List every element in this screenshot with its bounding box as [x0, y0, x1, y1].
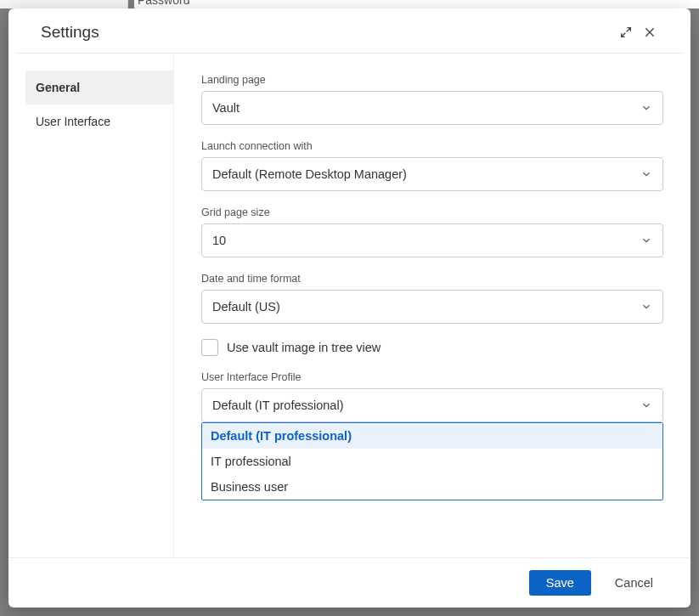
expand-button[interactable]: [614, 20, 638, 44]
modal-header: Settings: [15, 8, 684, 54]
settings-sidebar: General User Interface: [8, 54, 174, 557]
dropdown-option-default-it-professional[interactable]: Default (IT professional): [202, 423, 662, 449]
field-ui-profile: User Interface Profile Default (IT profe…: [201, 371, 663, 422]
select-landing-page[interactable]: Vault: [201, 91, 663, 125]
save-button[interactable]: Save: [529, 570, 591, 596]
select-value: Default (Remote Desktop Manager): [212, 167, 640, 181]
chevron-down-icon: [640, 301, 652, 313]
label-date-time-format: Date and time format: [201, 273, 663, 285]
sidebar-item-user-interface[interactable]: User Interface: [25, 105, 173, 138]
label-grid-page-size: Grid page size: [201, 206, 663, 218]
background-password-label: Password: [134, 0, 699, 8]
checkbox-use-vault-image[interactable]: Use vault image in tree view: [201, 339, 663, 356]
select-value: 10: [212, 234, 640, 247]
close-button[interactable]: [638, 20, 662, 44]
sidebar-item-general[interactable]: General: [25, 71, 173, 105]
field-landing-page: Landing page Vault: [201, 74, 663, 125]
select-value: Default (IT professional): [212, 398, 640, 412]
dropdown-option-business-user[interactable]: Business user: [202, 474, 662, 500]
modal-footer: Save Cancel: [8, 557, 691, 608]
select-value: Default (US): [212, 300, 640, 314]
checkbox-box[interactable]: [201, 339, 218, 356]
modal-body: General User Interface Landing page Vaul…: [8, 54, 691, 557]
select-date-time-format[interactable]: Default (US): [201, 290, 663, 324]
settings-modal: Settings General User Interface Landing …: [8, 8, 691, 608]
expand-icon: [619, 25, 633, 39]
select-grid-page-size[interactable]: 10: [201, 223, 663, 257]
chevron-down-icon: [640, 399, 652, 411]
cancel-button[interactable]: Cancel: [598, 570, 670, 596]
select-value: Vault: [212, 101, 640, 115]
settings-content: Landing page Vault Launch connection wit…: [174, 54, 691, 557]
dropdown-option-it-professional[interactable]: IT professional: [202, 449, 662, 474]
label-launch-connection: Launch connection with: [201, 140, 663, 152]
field-launch-connection: Launch connection with Default (Remote D…: [201, 140, 663, 191]
chevron-down-icon: [640, 102, 652, 114]
field-date-time-format: Date and time format Default (US): [201, 273, 663, 324]
label-ui-profile: User Interface Profile: [201, 371, 663, 383]
chevron-down-icon: [640, 235, 652, 246]
label-landing-page: Landing page: [201, 74, 663, 86]
select-launch-connection[interactable]: Default (Remote Desktop Manager): [201, 157, 663, 191]
modal-title: Settings: [41, 23, 614, 42]
select-ui-profile[interactable]: Default (IT professional): [201, 388, 663, 422]
checkbox-label: Use vault image in tree view: [227, 341, 381, 354]
background-sidebar: [0, 0, 128, 8]
field-grid-page-size: Grid page size 10: [201, 206, 663, 257]
dropdown-ui-profile: Default (IT professional) IT professiona…: [201, 422, 663, 500]
chevron-down-icon: [640, 168, 652, 180]
close-icon: [643, 25, 657, 39]
